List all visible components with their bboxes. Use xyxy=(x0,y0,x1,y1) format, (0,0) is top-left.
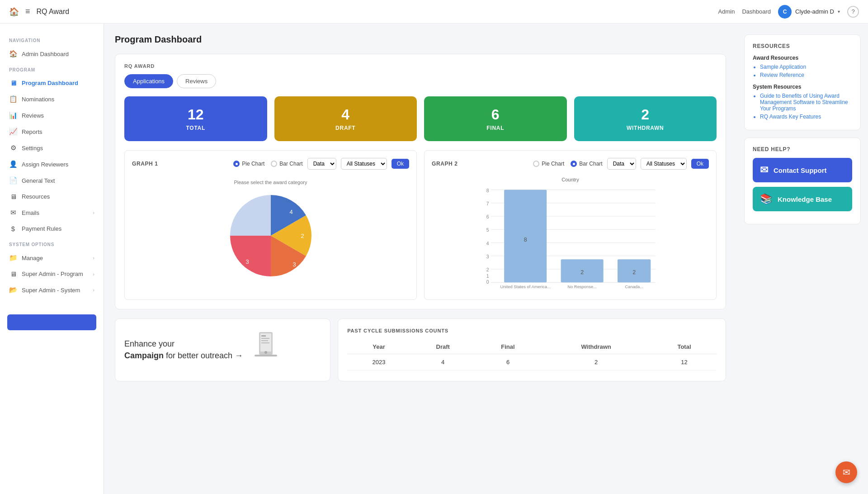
svg-text:6: 6 xyxy=(486,214,489,219)
graph1-ok-button[interactable]: Ok xyxy=(392,159,409,169)
graph2-status-select[interactable]: All Statuses xyxy=(641,158,687,170)
sidebar-item-manage[interactable]: 📁 Manage › xyxy=(0,250,104,266)
table-row: 2023 4 6 2 12 xyxy=(347,354,717,370)
graph2-data-select[interactable]: Data xyxy=(607,158,636,170)
svg-text:3: 3 xyxy=(486,254,489,259)
menu-icon[interactable]: ≡ xyxy=(25,7,30,16)
cell-withdrawn: 2 xyxy=(540,354,652,370)
graph2-bar-radio[interactable]: Bar Chart xyxy=(571,161,602,167)
radio-dot-bar2 xyxy=(571,161,577,167)
sidebar-item-label: Nominations xyxy=(22,96,54,103)
admin-link[interactable]: Admin xyxy=(718,8,735,15)
fab-icon: ✉ xyxy=(843,467,850,478)
sidebar-item-program-dashboard[interactable]: 🖥 Program Dashboard xyxy=(0,75,104,91)
bar-chart-svg: 8 7 6 5 4 3 2 1 0 xyxy=(432,185,709,289)
user-menu[interactable]: C Clyde-admin D ▾ xyxy=(778,5,840,19)
sidebar-item-assign-reviewers[interactable]: 👤 Assign Reviewers xyxy=(0,156,104,172)
radio-dot-pie2 xyxy=(533,161,539,167)
help-icon[interactable]: ? xyxy=(847,6,859,18)
system-resources-sub: System Resources xyxy=(753,84,852,90)
nav-section-label: Navigation xyxy=(0,33,104,46)
cell-final: 6 xyxy=(476,354,541,370)
stat-withdrawn-value: 2 xyxy=(581,106,710,123)
enhance-text-bold: Campaign xyxy=(124,351,164,360)
sidebar-item-general-text[interactable]: 📄 General Text xyxy=(0,172,104,189)
system-resource-item-2[interactable]: RQ Awards Key Features xyxy=(760,114,852,120)
sidebar-bottom xyxy=(0,307,104,337)
sidebar-item-label: Assign Reviewers xyxy=(22,161,68,168)
bottom-row: Enhance your Campaign for better outreac… xyxy=(115,318,726,381)
sidebar-item-label: Emails xyxy=(22,209,39,216)
svg-text:2: 2 xyxy=(486,267,489,272)
past-cycle-card: PAST CYCLE SUBMISSIONS COUNTS Year Draft… xyxy=(338,318,726,381)
sidebar-item-label: Reports xyxy=(22,128,42,135)
svg-text:8: 8 xyxy=(486,188,489,193)
award-resource-item-1[interactable]: Sample Application xyxy=(760,64,852,70)
graph1-status-select[interactable]: All Statuses xyxy=(341,158,387,170)
sidebar-item-emails[interactable]: ✉ Emails › xyxy=(0,204,104,221)
svg-text:2: 2 xyxy=(632,269,636,276)
enhance-text: Enhance your Campaign for better outreac… xyxy=(124,338,243,361)
sidebar-item-admin-dashboard[interactable]: 🏠 Admin Dashboard xyxy=(0,46,104,62)
tab-applications[interactable]: Applications xyxy=(124,74,173,88)
svg-text:Canada...: Canada... xyxy=(625,284,643,289)
radio-dot-bar xyxy=(271,161,277,167)
graph2-bar-area: Country 8 7 6 5 4 3 2 1 0 xyxy=(432,175,709,292)
chart-icon: 📊 xyxy=(9,111,17,119)
contact-support-label: Contact Support xyxy=(774,166,827,174)
stat-total-label: TOTAL xyxy=(132,125,260,131)
graph2-header: GRAPH 2 Pie Chart Bar Chart xyxy=(432,158,709,170)
sidebar-bottom-button[interactable] xyxy=(7,314,96,330)
dashboard-link[interactable]: Dashboard xyxy=(742,8,771,15)
tab-reviews[interactable]: Reviews xyxy=(177,74,216,88)
svg-rect-35 xyxy=(261,342,269,343)
sidebar-item-super-admin-system[interactable]: 📂 Super Admin - System › xyxy=(0,282,104,298)
graph1-bar-radio[interactable]: Bar Chart xyxy=(271,161,302,167)
page-title: Program Dashboard xyxy=(115,34,726,45)
need-help-title: NEED HELP? xyxy=(753,146,852,152)
home-icon[interactable]: 🏠 xyxy=(9,7,19,17)
stat-draft-value: 4 xyxy=(282,106,410,123)
radio-dot-pie xyxy=(233,161,240,167)
svg-text:2: 2 xyxy=(580,269,584,276)
knowledge-base-button[interactable]: 📚 Knowledge Base xyxy=(753,187,852,211)
sidebar-item-reviews[interactable]: 📊 Reviews xyxy=(0,107,104,124)
svg-text:3: 3 xyxy=(245,258,249,265)
sidebar-item-super-admin-program[interactable]: 🖥 Super Admin - Program › xyxy=(0,266,104,282)
stat-draft-label: DRAFT xyxy=(282,125,410,131)
chevron-right-icon: › xyxy=(93,255,94,261)
stat-box-final: 6 FINAL xyxy=(424,96,567,141)
system-resource-item-1[interactable]: Guide to Benefits of Using Award Managem… xyxy=(760,93,852,112)
book-icon: 📚 xyxy=(760,193,772,205)
layout: Navigation 🏠 Admin Dashboard Program 🖥 P… xyxy=(0,24,868,494)
col-total: Total xyxy=(652,340,717,354)
right-panel: RESOURCES Award Resources Sample Applica… xyxy=(737,24,868,494)
svg-rect-32 xyxy=(261,335,266,337)
graph1-pie-radio[interactable]: Pie Chart xyxy=(233,161,264,167)
sidebar-item-nominations[interactable]: 📋 Nominations xyxy=(0,91,104,107)
sidebar-item-label: Payment Rules xyxy=(22,225,61,232)
graph2-pie-radio[interactable]: Pie Chart xyxy=(533,161,564,167)
svg-text:4: 4 xyxy=(289,209,292,215)
col-draft: Draft xyxy=(410,340,476,354)
graph1-data-select[interactable]: Data xyxy=(307,158,336,170)
chevron-right-icon: › xyxy=(93,210,94,215)
award-resource-item-2[interactable]: Review Reference xyxy=(760,72,852,78)
contact-support-button[interactable]: ✉ Contact Support xyxy=(753,158,852,182)
graph2-title: GRAPH 2 xyxy=(432,161,458,167)
stat-final-value: 6 xyxy=(431,106,560,123)
rq-award-label: RQ AWARD xyxy=(124,63,717,69)
fab-button[interactable]: ✉ xyxy=(835,461,857,483)
svg-text:1: 1 xyxy=(486,274,489,279)
need-help-card: NEED HELP? ✉ Contact Support 📚 Knowledge… xyxy=(744,138,861,224)
system-options-label: System Options xyxy=(0,237,104,250)
sidebar-item-payment-rules[interactable]: $ Payment Rules xyxy=(0,221,104,237)
graph2-ok-button[interactable]: Ok xyxy=(691,159,709,169)
rq-award-card: RQ AWARD Applications Reviews 12 TOTAL 4… xyxy=(115,54,726,309)
sidebar-item-reports[interactable]: 📈 Reports xyxy=(0,124,104,140)
topbar-right: Admin Dashboard C Clyde-admin D ▾ ? xyxy=(718,5,859,19)
svg-rect-37 xyxy=(255,355,277,356)
sidebar-item-resources[interactable]: 🖥 Resources xyxy=(0,189,104,204)
sidebar-item-label: Super Admin - Program xyxy=(22,271,83,277)
sidebar-item-settings[interactable]: ⚙ Settings xyxy=(0,140,104,156)
